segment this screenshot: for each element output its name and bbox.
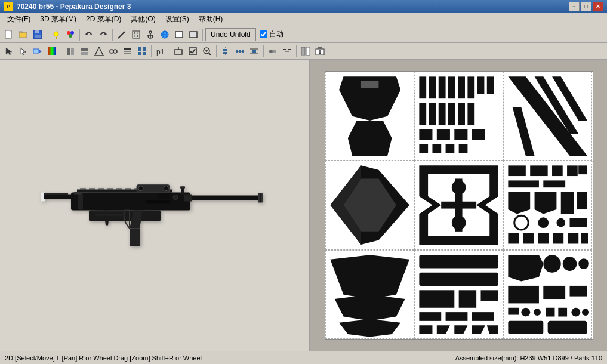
svg-rect-34 — [67, 48, 70, 55]
svg-marker-160 — [509, 192, 531, 214]
menu-2d[interactable]: 2D 菜单(D) — [81, 13, 126, 26]
svg-marker-142 — [552, 76, 587, 121]
title-bar: P 70240 br55 - Pepakura Designer 3 − □ ✕ — [0, 0, 607, 13]
svg-rect-128 — [439, 103, 446, 125]
svg-point-103 — [164, 186, 168, 191]
zoom-tool[interactable] — [31, 45, 44, 58]
tool-9[interactable] — [121, 45, 134, 58]
main-content — [0, 60, 607, 351]
anchor-button[interactable] — [144, 28, 157, 41]
window-title: 70240 br55 - Pepakura Designer 3 — [17, 2, 131, 11]
unfolded-cell-1 — [325, 72, 414, 161]
status-right: Assembled size(mm): H239 W51 D899 / Part… — [455, 354, 602, 362]
tool-6[interactable] — [78, 45, 91, 58]
2d-view-panel[interactable] — [310, 60, 607, 351]
svg-rect-16 — [133, 31, 140, 38]
app-icon: P — [4, 2, 13, 11]
svg-rect-159 — [543, 181, 565, 188]
svg-line-53 — [192, 49, 195, 53]
menu-settings[interactable]: 设置(S) — [161, 13, 194, 26]
svg-point-107 — [173, 195, 178, 200]
color-button[interactable] — [64, 28, 77, 41]
svg-rect-129 — [448, 103, 455, 125]
new-button[interactable] — [2, 28, 16, 41]
rect-tool[interactable] — [172, 28, 186, 41]
svg-marker-38 — [95, 47, 103, 55]
tool-split[interactable] — [281, 45, 294, 58]
3d-view-panel[interactable] — [0, 60, 310, 351]
tool-8[interactable] — [107, 45, 120, 58]
undo-unfold-button[interactable]: Undo Unfold — [205, 28, 256, 41]
svg-rect-137 — [432, 144, 441, 153]
svg-rect-206 — [509, 321, 544, 334]
light-button[interactable] — [50, 28, 63, 41]
svg-rect-5 — [35, 30, 39, 33]
svg-rect-198 — [570, 286, 587, 297]
svg-rect-139 — [458, 144, 467, 153]
separator-t2-3 — [216, 45, 217, 57]
undo-button[interactable] — [82, 28, 95, 41]
svg-rect-17 — [134, 32, 135, 34]
select-tool[interactable] — [2, 45, 16, 58]
tool-check[interactable] — [186, 45, 199, 58]
menu-file[interactable]: 文件(F) — [2, 13, 35, 26]
tool-layout[interactable] — [299, 45, 312, 58]
menu-3d[interactable]: 3D 菜单(M) — [35, 13, 81, 26]
auto-checkbox-container[interactable]: 自动 — [260, 29, 284, 39]
svg-point-195 — [578, 258, 589, 269]
svg-rect-133 — [437, 129, 450, 140]
separator-t2-5 — [296, 45, 297, 57]
svg-rect-74 — [301, 47, 305, 55]
svg-rect-132 — [419, 129, 432, 140]
svg-point-193 — [543, 255, 560, 272]
svg-rect-28 — [190, 32, 197, 38]
svg-marker-77 — [318, 47, 322, 49]
svg-rect-75 — [306, 47, 310, 55]
color-pick[interactable] — [45, 45, 58, 58]
tool-order[interactable] — [248, 45, 261, 58]
title-controls[interactable]: − □ ✕ — [569, 2, 603, 11]
svg-rect-138 — [445, 144, 454, 153]
rect2-tool[interactable] — [187, 28, 200, 41]
tool-export[interactable] — [313, 45, 326, 58]
tool-7[interactable] — [93, 45, 106, 58]
svg-rect-122 — [458, 76, 465, 98]
svg-rect-8 — [56, 37, 57, 39]
svg-rect-118 — [419, 76, 426, 98]
svg-rect-36 — [81, 48, 88, 51]
arrow-tool[interactable] — [17, 45, 30, 58]
maximize-button[interactable]: □ — [581, 2, 591, 11]
svg-point-9 — [67, 31, 70, 35]
draw-button[interactable] — [115, 28, 128, 41]
tool-10[interactable] — [135, 45, 149, 58]
auto-label: 自动 — [269, 29, 284, 39]
globe-button[interactable] — [158, 28, 171, 41]
svg-marker-30 — [20, 48, 26, 55]
tool-zoom-in[interactable] — [201, 45, 214, 58]
separator2 — [79, 29, 80, 41]
minimize-button[interactable]: − — [569, 2, 580, 11]
menu-other[interactable]: 其他(O) — [126, 13, 160, 26]
svg-rect-111 — [95, 214, 125, 216]
open-button[interactable] — [17, 28, 30, 41]
tool-join[interactable] — [266, 45, 279, 58]
svg-rect-184 — [419, 312, 441, 321]
toolbar2: p1 — [0, 43, 607, 60]
close-button[interactable]: ✕ — [593, 2, 603, 11]
texture-button[interactable] — [130, 28, 143, 41]
svg-marker-105 — [104, 211, 110, 226]
tool-p[interactable]: p1 — [154, 45, 171, 58]
tool-5[interactable] — [64, 45, 77, 58]
menu-help[interactable]: 帮助(H) — [194, 13, 228, 26]
tool-pi[interactable] — [172, 45, 185, 58]
redo-button[interactable] — [97, 28, 110, 41]
tool-align[interactable] — [219, 45, 232, 58]
tool-distribute[interactable] — [233, 45, 247, 58]
svg-rect-20 — [137, 35, 138, 37]
svg-marker-190 — [472, 325, 485, 334]
title-bar-left: P 70240 br55 - Pepakura Designer 3 — [4, 2, 131, 11]
save-button[interactable] — [31, 28, 44, 41]
auto-checkbox[interactable] — [260, 30, 267, 38]
svg-rect-84 — [80, 189, 86, 190]
svg-point-7 — [54, 32, 58, 36]
